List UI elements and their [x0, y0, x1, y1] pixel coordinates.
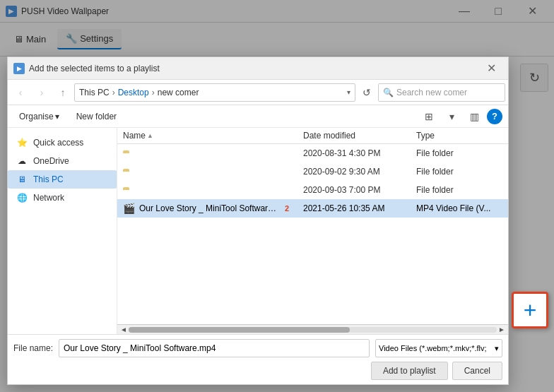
help-button[interactable]: ? [487, 109, 502, 124]
search-placeholder: Search new comer [396, 88, 467, 97]
scroll-thumb[interactable] [129, 327, 350, 333]
breadcrumb-sep1: › [112, 88, 115, 97]
name-column-header[interactable]: Name [123, 131, 146, 141]
file-type: File folder [416, 167, 508, 177]
file-list: 2020-08-31 4:30 PM File folder 2020-09-0… [117, 144, 508, 324]
file-type: MP4 Video File (V... [416, 203, 508, 213]
filetype-arrow-icon: ▾ [495, 344, 499, 353]
breadcrumb[interactable]: This PC › Desktop › new comer ▾ [74, 83, 355, 102]
breadcrumb-desktop[interactable]: Desktop [118, 88, 149, 97]
organise-button[interactable]: Organise ▾ [13, 109, 65, 124]
preview-pane-button[interactable]: ▥ [464, 107, 484, 126]
file-date: 2020-08-31 4:30 PM [303, 148, 416, 158]
horizontal-scrollbar[interactable]: ◄ ► [117, 324, 508, 334]
sidebar-item-onedrive[interactable]: ☁ OneDrive [8, 152, 117, 170]
vlc-icon: 🎬 [123, 203, 135, 214]
nav-bar: ‹ › ↑ This PC › Desktop › new comer ▾ ↺ … [8, 80, 508, 105]
file-date: 2021-05-26 10:35 AM [303, 203, 416, 213]
filename-label: File name: [13, 343, 53, 353]
filename-input[interactable] [59, 339, 370, 357]
view-controls: ⊞ ▾ ▥ ? [419, 107, 502, 126]
plus-icon: + [524, 299, 537, 321]
sidebar-item-thispc[interactable]: 🖥 This PC [8, 170, 117, 189]
dialog-icon: ▶ [13, 63, 25, 74]
monitor-icon: 🖥 [16, 174, 28, 185]
breadcrumb-sep2: › [152, 88, 155, 97]
table-row[interactable]: 2020-09-03 7:00 PM File folder [117, 181, 508, 199]
breadcrumb-arrow[interactable]: ▾ [347, 88, 350, 96]
scroll-right-button[interactable]: ► [497, 325, 507, 335]
network-icon: 🌐 [16, 192, 28, 203]
file-type: File folder [416, 148, 508, 158]
app-window: ▶ PUSH Video Wallpaper — □ ✕ 🖥 Main 🔧 Se… [0, 0, 554, 392]
organise-arrow-icon: ▾ [55, 112, 59, 121]
sidebar-item-network[interactable]: 🌐 Network [8, 189, 117, 207]
file-date: 2020-09-03 7:00 PM [303, 185, 416, 195]
breadcrumb-folder: new comer [158, 88, 199, 97]
file-badge: 2 [285, 204, 289, 213]
bottom-bar: File name: Video Files (*.webm;*.mkv;*.f… [8, 334, 508, 384]
star-icon: ⭐ [16, 137, 28, 148]
search-icon: 🔍 [383, 88, 394, 97]
dialog-title: Add the selected items to a playlist [29, 64, 476, 73]
file-toolbar: Organise ▾ New folder ⊞ ▾ ▥ ? [8, 105, 508, 128]
main-content: ⭐ Quick access ☁ OneDrive 🖥 This PC 🌐 Ne… [8, 128, 508, 334]
up-button[interactable]: ↑ [53, 83, 73, 102]
cloud-icon: ☁ [16, 155, 28, 167]
search-box[interactable]: 🔍 Search new comer [378, 83, 505, 102]
date-column-header[interactable]: Date modified [303, 131, 416, 141]
scroll-left-button[interactable]: ◄ [119, 325, 129, 335]
table-row[interactable]: 🎬 Our Love Story _ MiniTool Software.mp4… [117, 199, 508, 218]
cancel-button[interactable]: Cancel [452, 362, 502, 380]
sidebar-item-quickaccess[interactable]: ⭐ Quick access [8, 133, 117, 152]
file-date: 2020-09-02 9:30 AM [303, 167, 416, 177]
type-column-header[interactable]: Type [416, 131, 508, 141]
sidebar: ⭐ Quick access ☁ OneDrive 🖥 This PC 🌐 Ne… [8, 128, 117, 334]
view-toggle-button[interactable]: ⊞ [419, 107, 439, 126]
table-row[interactable]: 2020-09-02 9:30 AM File folder [117, 162, 508, 181]
file-type: File folder [416, 185, 508, 195]
breadcrumb-thispc[interactable]: This PC [79, 88, 110, 97]
scroll-track[interactable] [129, 327, 497, 333]
filename-row: File name: Video Files (*.webm;*.mkv;*.f… [13, 339, 502, 357]
file-list-area: Name ▲ Date modified Type 2020-08-31 4 [117, 128, 508, 334]
back-button[interactable]: ‹ [11, 83, 30, 102]
add-button-overlay[interactable]: + [512, 292, 548, 328]
dialog-close-button[interactable]: ✕ [480, 57, 502, 80]
action-row: Add to playlist Cancel [13, 362, 502, 380]
dialog-title-bar: ▶ Add the selected items to a playlist ✕ [8, 57, 508, 80]
file-dialog: ▶ Add the selected items to a playlist ✕… [7, 57, 509, 385]
file-list-header: Name ▲ Date modified Type [117, 128, 508, 144]
filetype-select[interactable]: Video Files (*.webm;*.mkv;*.flv; ▾ [375, 339, 502, 357]
view-options-button[interactable]: ▾ [442, 107, 461, 126]
refresh-button[interactable]: ↺ [357, 83, 377, 102]
sort-icon: ▲ [147, 132, 153, 139]
add-to-playlist-button[interactable]: Add to playlist [371, 362, 448, 380]
forward-button[interactable]: › [32, 83, 52, 102]
filetype-value: Video Files (*.webm;*.mkv;*.flv; [379, 344, 487, 352]
new-folder-button[interactable]: New folder [71, 109, 122, 124]
table-row[interactable]: 2020-08-31 4:30 PM File folder [117, 144, 508, 162]
